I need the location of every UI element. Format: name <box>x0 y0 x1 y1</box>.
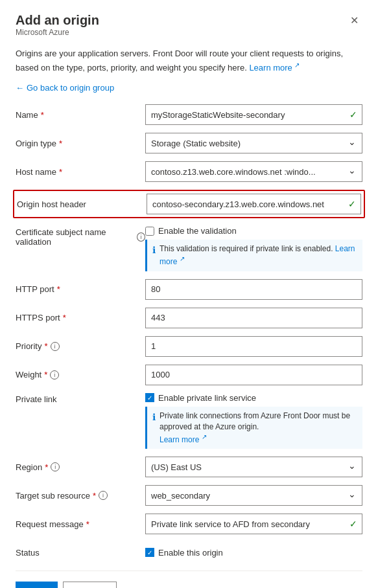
status-checkbox-label: Enable this origin <box>158 548 223 558</box>
panel-subtitle: Microsoft Azure <box>16 28 99 37</box>
priority-label: Priority * i <box>16 341 145 351</box>
external-link-icon: ↗ <box>294 62 300 69</box>
origin-type-label: Origin type * <box>16 139 145 148</box>
back-arrow-icon: ← <box>16 83 24 93</box>
http-port-required: * <box>57 284 60 294</box>
origin-type-required: * <box>59 139 62 148</box>
host-name-row: Host name * contoso.z13.web.core.windows… <box>16 161 362 182</box>
https-port-row: HTTPS port * <box>16 308 362 328</box>
cert-learn-more-external-icon: ↗ <box>180 255 185 262</box>
cert-validation-info-text: This validation is required if private l… <box>159 243 357 267</box>
http-port-input[interactable] <box>145 279 362 300</box>
private-link-info-box: ℹ Private link connections from Azure Fr… <box>145 407 362 449</box>
panel-title: Add an origin <box>16 13 99 28</box>
host-name-label: Host name * <box>16 167 145 177</box>
status-label: Status <box>16 548 145 558</box>
status-row: Status ✓ Enable this origin <box>16 542 362 563</box>
description-learn-more-link[interactable]: Learn more ↗ <box>249 63 300 73</box>
region-info-icon[interactable]: i <box>51 462 60 471</box>
origin-host-header-input-container: ✓ <box>147 194 361 214</box>
target-sub-resource-label: Target sub resource * i <box>16 491 145 501</box>
region-wrapper: (US) East US (US) West US (EU) West Euro… <box>145 457 362 477</box>
private-link-label: Private link <box>16 393 145 404</box>
private-link-info-circle-icon: ℹ <box>152 411 156 424</box>
https-port-input[interactable] <box>145 308 362 328</box>
weight-info-icon[interactable]: i <box>50 370 59 379</box>
status-wrapper: ✓ Enable this origin <box>145 548 362 558</box>
info-circle-icon: ℹ <box>152 244 156 257</box>
request-message-wrapper: ✓ <box>145 514 362 534</box>
name-required: * <box>41 110 44 120</box>
origin-type-select[interactable]: Storage (Static website) <box>145 133 362 153</box>
name-input-wrapper: ✓ <box>145 104 362 125</box>
name-valid-icon: ✓ <box>349 109 357 120</box>
http-port-row: HTTP port * <box>16 279 362 300</box>
name-row: Name * ✓ <box>16 104 362 125</box>
target-sub-resource-info-icon[interactable]: i <box>99 491 108 500</box>
form-body: Name * ✓ Origin type * Storage (Static w… <box>16 104 362 571</box>
priority-info-icon[interactable]: i <box>51 342 60 351</box>
https-port-wrapper <box>145 308 362 328</box>
weight-wrapper <box>145 365 362 385</box>
region-required: * <box>45 462 48 472</box>
origin-type-wrapper: Storage (Static website) <box>145 133 362 153</box>
request-message-row: Request message * ✓ <box>16 514 362 534</box>
host-name-wrapper: contoso.z13.web.core.windows.net :windo.… <box>145 161 362 182</box>
close-button[interactable]: ✕ <box>346 13 362 28</box>
weight-input[interactable] <box>145 365 362 385</box>
cert-validation-checkbox-row: Enable the validation <box>145 226 362 236</box>
panel-header: Add an origin Microsoft Azure ✕ <box>16 13 362 46</box>
origin-host-header-wrapper: ✓ <box>147 194 361 214</box>
weight-required: * <box>44 370 47 379</box>
priority-required: * <box>44 341 47 351</box>
region-select-wrapper: (US) East US (US) West US (EU) West Euro… <box>145 457 362 477</box>
private-link-content: ✓ Enable private link service ℹ Private … <box>145 393 362 454</box>
add-button[interactable]: Add <box>16 582 58 588</box>
target-sub-resource-row: Target sub resource * i web_secondary we… <box>16 485 362 506</box>
origin-host-header-valid-icon: ✓ <box>348 199 356 209</box>
host-name-select[interactable]: contoso.z13.web.core.windows.net :windo.… <box>145 161 362 182</box>
request-message-input[interactable] <box>145 514 362 534</box>
target-sub-resource-wrapper: web_secondary web blob <box>145 485 362 506</box>
name-label: Name * <box>16 110 145 120</box>
private-link-row: Private link ✓ Enable private link servi… <box>16 393 362 454</box>
private-link-learn-more-link[interactable]: Learn more ↗ <box>159 435 207 444</box>
footer: Add Cancel <box>16 571 362 588</box>
host-name-required: * <box>59 167 62 177</box>
cert-validation-row: Certificate subject name validation i En… <box>16 226 362 277</box>
origin-type-select-wrapper: Storage (Static website) <box>145 133 362 153</box>
weight-label: Weight * i <box>16 370 145 379</box>
origin-host-header-label: Origin host header <box>17 199 147 209</box>
http-port-label: HTTP port * <box>16 284 145 294</box>
add-origin-panel: Add an origin Microsoft Azure ✕ Origins … <box>0 0 378 588</box>
private-link-checkbox-row: ✓ Enable private link service <box>145 393 362 403</box>
private-link-info-text: Private link connections from Azure Fron… <box>159 411 357 445</box>
cert-validation-info-icon[interactable]: i <box>137 232 145 242</box>
region-label: Region * i <box>16 462 145 472</box>
cert-validation-checkbox[interactable] <box>145 227 154 236</box>
target-sub-resource-select[interactable]: web_secondary web blob <box>145 485 362 506</box>
status-checkbox[interactable]: ✓ <box>145 548 154 557</box>
target-sub-resource-required: * <box>93 491 96 501</box>
origin-host-header-input[interactable] <box>147 194 361 214</box>
https-port-required: * <box>63 313 66 322</box>
cert-validation-checkbox-label: Enable the validation <box>158 226 237 236</box>
request-message-label: Request message * <box>16 519 145 529</box>
https-port-label: HTTPS port * <box>16 313 145 322</box>
region-row: Region * i (US) East US (US) West US (EU… <box>16 457 362 477</box>
host-name-select-wrapper: contoso.z13.web.core.windows.net :windo.… <box>145 161 362 182</box>
weight-row: Weight * i <box>16 365 362 385</box>
private-link-checkbox-label: Enable private link service <box>158 393 256 403</box>
http-port-wrapper <box>145 279 362 300</box>
priority-row: Priority * i <box>16 336 362 357</box>
back-to-origin-group-link[interactable]: ← Go back to origin group <box>16 83 362 93</box>
description-text: Origins are your application servers. Fr… <box>16 47 362 74</box>
private-link-checkbox[interactable]: ✓ <box>145 393 154 402</box>
priority-input[interactable] <box>145 336 362 357</box>
name-input[interactable] <box>145 104 362 125</box>
name-input-container: ✓ <box>145 104 362 125</box>
cert-validation-content: Enable the validation ℹ This validation … <box>145 226 362 277</box>
cancel-button[interactable]: Cancel <box>63 582 116 588</box>
region-select[interactable]: (US) East US (US) West US (EU) West Euro… <box>145 457 362 477</box>
request-message-valid-icon: ✓ <box>349 519 357 529</box>
